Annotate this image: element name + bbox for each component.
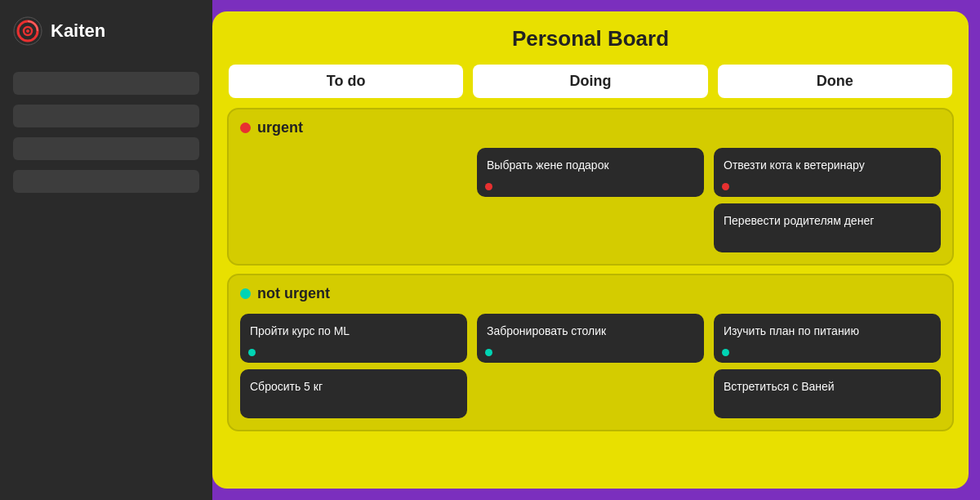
urgent-done-col: Отвезти кота к ветеринару Перевести роди… (714, 148, 941, 252)
swim-lane-urgent: urgent Выбрать жене подарок Отвезти кота… (227, 108, 954, 266)
urgent-todo-col (240, 148, 467, 252)
card-choose-gift[interactable]: Выбрать жене подарок (477, 148, 704, 197)
column-header-done: Done (718, 65, 952, 98)
card-book-table[interactable]: Забронировать столик (477, 314, 704, 363)
card-text: Отвезти кота к ветеринару (724, 158, 865, 172)
card-text: Выбрать жене подарок (487, 158, 609, 172)
card-dot-icon (722, 349, 729, 356)
card-lose-weight[interactable]: Сбросить 5 кг (240, 369, 467, 418)
lane-label-urgent: urgent (257, 119, 303, 136)
card-dot-icon (485, 183, 492, 190)
card-nutrition-plan[interactable]: Изучить план по питанию (714, 314, 941, 363)
card-text: Перевести родителям денег (724, 214, 874, 227)
column-header-doing: Doing (473, 65, 707, 98)
kaiten-logo-icon (13, 16, 42, 46)
column-header-todo: To do (229, 65, 463, 98)
board-title: Personal Board (227, 26, 954, 51)
sidebar: Kaiten (0, 0, 212, 500)
card-vet[interactable]: Отвезти кота к ветеринару (714, 148, 941, 197)
card-dot-icon (248, 349, 256, 356)
card-text: Забронировать столик (487, 324, 606, 337)
swim-lanes: urgent Выбрать жене подарок Отвезти кота… (227, 108, 954, 477)
sidebar-header: Kaiten (13, 16, 199, 46)
card-dot-icon (722, 183, 729, 190)
not-urgent-dot-icon (240, 288, 251, 299)
card-text: Встретиться с Ваней (724, 380, 835, 393)
lane-header-urgent: urgent (240, 119, 941, 136)
card-ml-course[interactable]: Пройти курс по ML (240, 314, 467, 363)
sidebar-nav-item-1[interactable] (13, 72, 199, 95)
urgent-lane-columns: Выбрать жене подарок Отвезти кота к вете… (240, 148, 941, 252)
svg-point-3 (26, 29, 29, 33)
not-urgent-lane-columns: Пройти курс по ML Сбросить 5 кг Забронир… (240, 314, 941, 418)
sidebar-nav-item-2[interactable] (13, 105, 199, 127)
card-text: Изучить план по питанию (724, 324, 859, 337)
swim-lane-not-urgent: not urgent Пройти курс по ML Сбросить 5 … (227, 274, 954, 431)
lane-label-not-urgent: not urgent (257, 285, 330, 302)
app-title: Kaiten (51, 20, 105, 42)
board-main: Personal Board To do Doing Done urgent (212, 11, 969, 489)
not-urgent-done-col: Изучить план по питанию Встретиться с Ва… (714, 314, 941, 418)
urgent-dot-icon (240, 123, 251, 133)
card-meet-vanya[interactable]: Встретиться с Ваней (714, 369, 941, 418)
not-urgent-todo-col: Пройти курс по ML Сбросить 5 кг (240, 314, 467, 418)
sidebar-nav-item-4[interactable] (13, 170, 199, 193)
card-transfer-money[interactable]: Перевести родителям денег (714, 203, 941, 252)
column-headers: To do Doing Done (227, 65, 954, 98)
urgent-doing-col: Выбрать жене подарок (477, 148, 704, 252)
card-text: Сбросить 5 кг (250, 380, 323, 393)
lane-header-not-urgent: not urgent (240, 285, 941, 302)
sidebar-nav-item-3[interactable] (13, 137, 199, 160)
card-text: Пройти курс по ML (250, 324, 350, 337)
card-dot-icon (485, 349, 492, 356)
not-urgent-doing-col: Забронировать столик (477, 314, 704, 418)
